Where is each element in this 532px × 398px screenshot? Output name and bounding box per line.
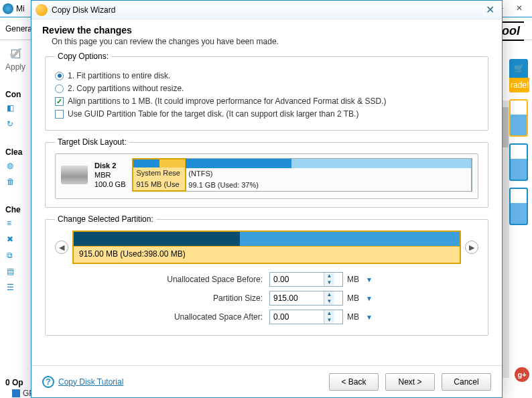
bg-toolbar-tab[interactable]: Genera [5, 24, 32, 34]
page-heading: Review the changes [42, 25, 488, 36]
spin-up-icon[interactable]: ▲ [324, 291, 334, 298]
target-layout-legend: Target Disk Layout: [55, 137, 129, 147]
partition-size-field[interactable] [270, 291, 324, 305]
unit-label: MB [343, 275, 363, 284]
rail-icon[interactable]: ✖ [7, 235, 19, 247]
legend-swatch [12, 389, 20, 397]
partition-sublabel: 99.1 GB (Used: 37%) [186, 180, 471, 191]
bg-app-icon [3, 3, 13, 14]
cancel-button[interactable]: Cancel [442, 373, 491, 391]
cart-icon[interactable]: 🛒 [509, 59, 528, 78]
disk-info: Disk 2 MBR 100.0 GB [94, 161, 125, 189]
unalloc-before-field[interactable] [270, 273, 324, 286]
google-plus-icon[interactable]: g+ [515, 367, 529, 382]
rail-icon[interactable]: ◍ [7, 161, 19, 173]
page-subheading: On this page you can review the changes … [42, 37, 488, 46]
bg-right-rail: 🛒 rade! [509, 59, 529, 378]
unalloc-after-field[interactable] [270, 310, 324, 324]
radio-icon[interactable] [55, 72, 64, 80]
checkbox-icon[interactable] [55, 110, 64, 119]
unalloc-before-input[interactable]: ▲▼ [269, 272, 343, 287]
copy-disk-wizard-dialog: Copy Disk Wizard ✕ Review the changes On… [31, 0, 503, 398]
dialog-body: Copy Options: 1. Fit partitions to entir… [31, 50, 502, 365]
help-icon: ? [42, 376, 54, 388]
tutorial-link-area: ? Copy Disk Tutorial [42, 376, 123, 388]
rail-icon[interactable]: 🗑 [7, 177, 19, 189]
rail-icon[interactable]: ▤ [7, 267, 19, 279]
selected-partition-bar[interactable]: 915.00 MB (Used:398.00 MB) [72, 230, 461, 264]
radio-icon[interactable] [55, 84, 64, 93]
partition-ntfs[interactable]: (NTFS) 99.1 GB (Used: 37%) [186, 159, 472, 191]
partition-size-label: Partition Size: [55, 293, 269, 303]
fit-partitions-radio-row[interactable]: 1. Fit partitions to entire disk. [55, 71, 478, 80]
partition-label: (NTFS) [186, 168, 471, 180]
rail-icon[interactable]: ◧ [7, 103, 19, 115]
disk-thumbnail[interactable] [509, 143, 528, 181]
partition-size-input[interactable]: ▲▼ [269, 291, 343, 306]
tutorial-link[interactable]: Copy Disk Tutorial [58, 377, 123, 387]
next-partition-button[interactable]: ▶ [465, 241, 478, 254]
disk-name: Disk 2 [94, 161, 125, 170]
disk-style: MBR [94, 170, 125, 180]
bg-apply-label: Apply [5, 62, 25, 72]
align-partitions-check-row[interactable]: Align partitions to 1 MB. (It could impr… [55, 96, 478, 106]
upgrade-badge[interactable]: rade! [509, 78, 529, 92]
bg-apply-control: ✔ Apply [5, 50, 25, 72]
change-partition-group: Change Selected Partition: ◀ 915.00 MB (… [45, 214, 488, 336]
dialog-titlebar[interactable]: Copy Disk Wizard ✕ [31, 1, 502, 19]
next-button[interactable]: Next > [385, 373, 435, 391]
close-icon[interactable]: ✕ [482, 3, 498, 17]
unalloc-after-label: Unallocated Space After: [55, 312, 269, 322]
guid-label: Use GUID Partition Table for the target … [68, 109, 358, 119]
disk-size: 100.0 GB [94, 180, 125, 189]
checkbox-icon[interactable] [55, 97, 64, 106]
rail-icon[interactable]: ≡ [7, 218, 19, 230]
check-icon: ✔ [11, 50, 20, 58]
partition-sublabel: 915 MB (Use [133, 179, 185, 190]
guid-check-row[interactable]: Use GUID Partition Table for the target … [55, 109, 478, 119]
disk-thumbnail[interactable] [509, 188, 528, 225]
wizard-icon [36, 4, 48, 16]
spin-down-icon[interactable]: ▼ [324, 298, 334, 305]
copy-without-resize-radio-row[interactable]: 2. Copy partitions without resize. [55, 84, 478, 93]
change-partition-legend: Change Selected Partition: [55, 214, 156, 224]
unit-dropdown-icon[interactable]: ▼ [363, 276, 375, 283]
rail-icon[interactable]: ⧉ [7, 251, 19, 263]
partition-bar: System Rese 915 MB (Use (NTFS) 99.1 GB (… [132, 158, 472, 192]
dialog-title: Copy Disk Wizard [52, 5, 115, 15]
bg-title-text: Mi [16, 4, 25, 13]
selected-partition-text: 915.00 MB (Used:398.00 MB) [74, 247, 460, 261]
disk-layout-row: Disk 2 MBR 100.0 GB System Rese 915 MB (… [55, 153, 478, 199]
fit-partitions-label: 1. Fit partitions to entire disk. [68, 71, 170, 80]
back-button[interactable]: < Back [329, 373, 379, 391]
spin-down-icon[interactable]: ▼ [324, 279, 334, 286]
unit-dropdown-icon[interactable]: ▼ [363, 314, 375, 321]
spin-up-icon[interactable]: ▲ [324, 310, 334, 317]
dialog-header: Review the changes On this page you can … [31, 19, 502, 50]
rail-icon[interactable]: ↻ [7, 119, 19, 131]
spin-up-icon[interactable]: ▲ [324, 273, 334, 279]
align-partitions-label: Align partitions to 1 MB. (It could impr… [68, 96, 387, 106]
target-disk-layout-group: Target Disk Layout: Disk 2 MBR 100.0 GB … [45, 137, 488, 208]
partition-label: System Rese [133, 168, 185, 179]
unit-label: MB [343, 293, 363, 303]
unalloc-after-input[interactable]: ▲▼ [269, 310, 343, 324]
dialog-footer: ? Copy Disk Tutorial < Back Next > Cance… [31, 365, 502, 397]
prev-partition-button[interactable]: ◀ [55, 241, 68, 254]
unalloc-before-label: Unallocated Space Before: [55, 275, 269, 284]
bg-close-button[interactable]: ✕ [509, 2, 529, 15]
unit-dropdown-icon[interactable]: ▼ [363, 295, 375, 302]
copy-options-legend: Copy Options: [55, 52, 111, 61]
disk-icon [61, 165, 88, 184]
copy-without-resize-label: 2. Copy partitions without resize. [68, 84, 184, 93]
bg-operations-count: 0 Op [5, 378, 23, 387]
partition-system-reserved[interactable]: System Rese 915 MB (Use [132, 158, 186, 192]
unit-label: MB [343, 312, 363, 322]
copy-options-group: Copy Options: 1. Fit partitions to entir… [45, 52, 488, 131]
spin-down-icon[interactable]: ▼ [324, 317, 334, 324]
disk-thumbnail[interactable] [509, 99, 528, 137]
rail-icon[interactable]: ☰ [7, 283, 19, 295]
